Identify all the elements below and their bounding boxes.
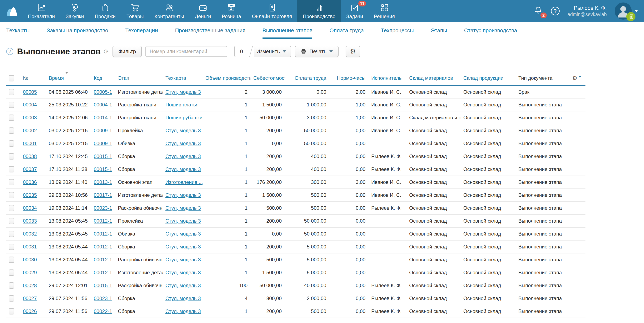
row-checkbox[interactable] — [9, 127, 14, 134]
row-number-link[interactable]: 00028 — [23, 283, 37, 288]
page-help-icon[interactable]: ? — [6, 48, 13, 55]
row-checkbox[interactable] — [9, 308, 14, 315]
row-code-link[interactable]: 00013-1 — [94, 179, 112, 185]
row-number-link[interactable]: 00029 — [23, 270, 37, 275]
row-techcard-link[interactable]: Пошив рубашки — [166, 115, 202, 120]
row-checkbox[interactable] — [9, 115, 14, 121]
row-techcard-link[interactable]: Стул, модель 3 — [166, 205, 201, 211]
row-number-link[interactable]: 00038 — [23, 153, 37, 159]
row-code-link[interactable]: 00022-1 — [94, 309, 112, 314]
row-checkbox[interactable] — [9, 244, 14, 250]
row-number-link[interactable]: 00033 — [23, 218, 37, 224]
row-code-link[interactable]: 00023-1 — [94, 205, 112, 211]
column-header-techcard[interactable]: Техкарта — [162, 71, 202, 85]
nav-item-retail[interactable]: Розница — [216, 0, 246, 22]
row-code-link[interactable]: 00005-1 — [94, 89, 112, 95]
tab-stages[interactable]: Этапы — [431, 22, 447, 39]
nav-item-online-trade[interactable]: Онлайн-торговля — [246, 0, 297, 22]
row-number-link[interactable]: 00030 — [23, 257, 37, 262]
row-techcard-link[interactable]: Стул, модель 3 — [166, 296, 201, 301]
row-checkbox[interactable] — [9, 282, 14, 289]
nav-item-tasks[interactable]: 11 Задачи — [341, 0, 368, 22]
nav-item-indicators[interactable]: Показатели — [22, 0, 60, 22]
row-number-link[interactable]: 00036 — [23, 179, 37, 185]
row-techcard-link[interactable]: Стул, модель 3 — [166, 231, 201, 237]
row-code-link[interactable]: 00012-1 — [94, 257, 112, 262]
row-techcard-link[interactable]: Изготовление ... — [166, 179, 202, 185]
tab-techoperations[interactable]: Техоперации — [125, 22, 158, 39]
row-code-link[interactable]: 00023-1 — [94, 296, 112, 301]
settings-button[interactable]: ⚙ — [346, 46, 360, 57]
row-checkbox[interactable] — [9, 257, 14, 263]
nav-item-solutions[interactable]: Решения — [368, 0, 400, 22]
tab-labor-payment[interactable]: Оплата труда — [330, 22, 364, 39]
row-techcard-link[interactable]: Стул, модель 3 — [166, 141, 201, 146]
row-number-link[interactable]: 00032 — [23, 231, 37, 237]
row-number-link[interactable]: 00001 — [23, 141, 37, 146]
tab-production-assignments[interactable]: Производственные задания — [175, 22, 246, 39]
nav-item-production[interactable]: Производство — [297, 0, 341, 22]
row-code-link[interactable]: 00017-1 — [94, 192, 112, 198]
row-checkbox[interactable] — [9, 218, 14, 224]
column-header-executor[interactable]: Исполнитель — [368, 71, 406, 85]
row-number-link[interactable]: 00004 — [23, 102, 37, 107]
tab-production-orders[interactable]: Заказы на производство — [47, 22, 108, 39]
row-number-link[interactable]: 00002 — [23, 128, 37, 133]
filter-button[interactable]: Фильтр — [112, 46, 142, 57]
row-checkbox[interactable] — [9, 179, 14, 185]
tab-production-status[interactable]: Статус производства — [464, 22, 517, 39]
row-techcard-link[interactable]: Стул, модель 3 — [166, 283, 201, 288]
row-code-link[interactable]: 00015-1 — [94, 283, 112, 288]
row-code-link[interactable]: 00015-1 — [94, 166, 112, 172]
select-all-checkbox[interactable] — [9, 75, 14, 81]
row-techcard-link[interactable]: Стул, модель 3 — [166, 218, 201, 224]
row-number-link[interactable]: 00005 — [23, 89, 37, 95]
row-code-link[interactable]: 00004-1 — [94, 102, 112, 107]
nav-item-counterparties[interactable]: Контрагенты — [149, 0, 190, 22]
nav-item-goods[interactable]: Товары — [121, 0, 149, 22]
column-header-hours[interactable]: Нормо-часы — [329, 71, 368, 85]
column-header-time[interactable]: Время — [46, 71, 91, 85]
row-number-link[interactable]: 00031 — [23, 244, 37, 250]
tab-stage-execution[interactable]: Выполнение этапов — [262, 22, 312, 39]
column-header-warehouse-products[interactable]: Склад продукции — [460, 71, 516, 85]
bulk-edit-control[interactable]: 0 Изменить — [234, 46, 291, 57]
row-checkbox[interactable] — [9, 192, 14, 198]
row-code-link[interactable]: 00014-1 — [94, 115, 112, 120]
table-settings-control[interactable]: ⚙ — [563, 71, 586, 85]
print-button[interactable]: Печать — [295, 46, 338, 57]
row-number-link[interactable]: 00003 — [23, 115, 37, 120]
row-number-link[interactable]: 00037 — [23, 166, 37, 172]
row-code-link[interactable]: 00012-1 — [94, 231, 112, 237]
column-header-code[interactable]: Код — [91, 71, 115, 85]
row-code-link[interactable]: 00009-1 — [94, 128, 112, 133]
row-number-link[interactable]: 00026 — [23, 309, 37, 314]
row-code-link[interactable]: 00012-1 — [94, 244, 112, 250]
user-menu[interactable] — [614, 2, 638, 19]
nav-item-money[interactable]: Деньги — [190, 0, 216, 22]
row-checkbox[interactable] — [9, 231, 14, 237]
row-checkbox[interactable] — [9, 166, 14, 172]
tab-techprocesses[interactable]: Техпроцессы — [381, 22, 414, 39]
nav-item-sales[interactable]: Продажи — [90, 0, 121, 22]
column-header-labor[interactable]: Оплата труда — [284, 71, 329, 85]
row-code-link[interactable]: 00015-1 — [94, 153, 112, 159]
row-checkbox[interactable] — [9, 205, 14, 211]
row-techcard-link[interactable]: Стул, модель 3 — [166, 309, 201, 314]
column-header-volume[interactable]: Объем производства — [202, 71, 250, 85]
tab-techcards[interactable]: Техкарты — [6, 22, 30, 39]
column-header-warehouse-materials[interactable]: Склад материалов — [406, 71, 460, 85]
column-header-cost[interactable]: Себестоимость — [250, 71, 284, 85]
column-header-number[interactable]: № — [20, 71, 46, 85]
row-techcard-link[interactable]: Стул, модель 3 — [166, 128, 201, 133]
refresh-icon[interactable]: ⟳ — [104, 48, 109, 55]
help-icon[interactable]: ? — [551, 7, 560, 15]
search-input[interactable] — [146, 46, 227, 57]
row-techcard-link[interactable]: Стул, модель 3 — [166, 192, 201, 198]
user-info[interactable]: Рылеев К. Ф. admin@sevkavlab — [568, 4, 607, 17]
column-header-stage[interactable]: Этап — [115, 71, 162, 85]
row-number-link[interactable]: 00035 — [23, 192, 37, 198]
row-checkbox[interactable] — [9, 295, 14, 302]
row-techcard-link[interactable]: Стул, модель 3 — [166, 89, 201, 95]
row-techcard-link[interactable]: Стул, модель 3 — [166, 257, 201, 262]
